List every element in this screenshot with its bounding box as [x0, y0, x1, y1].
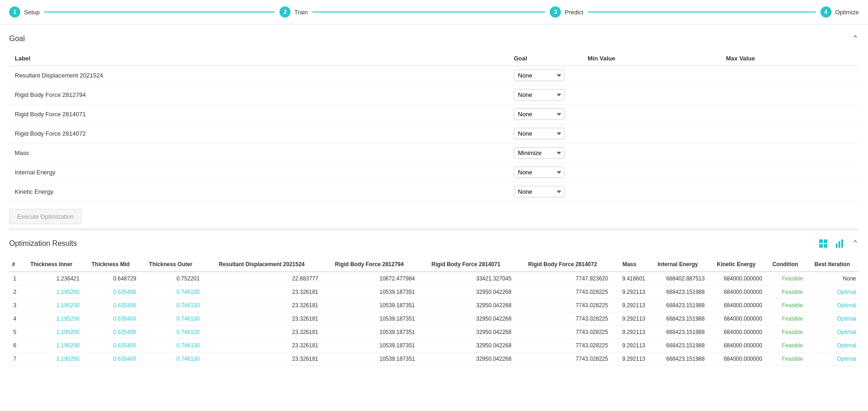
- execute-optimization-button[interactable]: Execute Optimization: [9, 209, 82, 224]
- goal-collapse-icon[interactable]: ⌃: [852, 34, 859, 44]
- results-cell-5-0: 6: [9, 339, 20, 352]
- goal-dropdown-3[interactable]: NoneMinimizeMaximizeTarget: [514, 128, 565, 139]
- results-cell-2-6: 32950.042268: [418, 299, 514, 312]
- results-cell-6-12: Optimal: [806, 352, 859, 366]
- step-label-train: Train: [294, 9, 308, 16]
- results-cell-5-8: 9.292113: [611, 339, 648, 352]
- results-cell-6-10: 684000.000000: [707, 352, 765, 366]
- results-cell-2-7: 7743.028225: [514, 299, 611, 312]
- results-cell-6-2: 0.635400: [82, 352, 139, 366]
- results-cell-3-9: 668423.151988: [648, 312, 707, 326]
- goal-row-label: Resultant Displacement 2021524: [9, 66, 508, 85]
- results-cell-2-0: 3: [9, 299, 20, 312]
- goal-row-min: [582, 124, 720, 143]
- results-title: Optimization Results: [9, 239, 817, 248]
- results-cell-0-7: 7747.923620: [514, 272, 611, 286]
- step-train[interactable]: 2 Train: [279, 6, 550, 18]
- goal-row-max: [720, 124, 859, 143]
- results-cell-3-7: 7743.028225: [514, 312, 611, 326]
- results-cell-0-4: 22.883777: [202, 272, 321, 286]
- results-cell-3-0: 4: [9, 312, 20, 326]
- main-content: Goal ⌃ Label Goal Min Value Max Value Re…: [0, 24, 868, 375]
- goal-col-min: Min Value: [582, 51, 720, 66]
- goal-table-row: Rigid Body Force 2812794NoneMinimizeMaxi…: [9, 85, 859, 105]
- goal-row-label: Rigid Body Force 2814072: [9, 124, 508, 143]
- step-setup[interactable]: 1 Setup: [9, 6, 279, 18]
- goal-row-min: [582, 143, 720, 163]
- goal-dropdown-0[interactable]: NoneMinimizeMaximizeTarget: [514, 70, 565, 81]
- goal-row-max: [720, 85, 859, 105]
- results-cell-3-3: 0.746100: [139, 312, 202, 326]
- svg-rect-4: [836, 244, 838, 248]
- goal-table-row: Kinetic EnergyNoneMinimizeMaximizeTarget: [9, 182, 859, 202]
- results-cell-0-3: 0.752201: [139, 272, 202, 286]
- results-cell-1-0: 2: [9, 286, 20, 299]
- results-cell-6-4: 23.326181: [202, 352, 321, 366]
- results-cell-4-9: 668423.151988: [648, 326, 707, 339]
- results-cell-4-1: 1.195200: [20, 326, 82, 339]
- results-cell-5-1: 1.195200: [20, 339, 82, 352]
- goal-row-min: [582, 163, 720, 182]
- results-cell-6-6: 32950.042268: [418, 352, 514, 366]
- step-line-3: [588, 12, 816, 12]
- results-cell-2-11: Feasible: [765, 299, 806, 312]
- results-cell-5-10: 684000.000000: [707, 339, 765, 352]
- results-cell-0-0: 1: [9, 272, 20, 286]
- goal-table-row: MassNoneMinimizeMaximizeTarget: [9, 143, 859, 163]
- goal-row-label: Rigid Body Force 2812794: [9, 85, 508, 105]
- results-cell-5-3: 0.746100: [139, 339, 202, 352]
- results-col-1: Thickness Inner: [20, 257, 82, 272]
- results-col-10: Kinetic Energy: [707, 257, 765, 272]
- step-label-setup: Setup: [24, 9, 40, 16]
- results-col-3: Thickness Outer: [139, 257, 202, 272]
- results-cell-0-10: 684000.000000: [707, 272, 765, 286]
- results-collapse-icon[interactable]: ⌃: [852, 238, 859, 249]
- goal-col-label: Label: [9, 51, 508, 66]
- results-table-row: 51.1952000.6354000.74610023.32618110539.…: [9, 326, 859, 339]
- results-cell-5-4: 23.326181: [202, 339, 321, 352]
- results-cell-6-5: 10539.187351: [321, 352, 417, 366]
- results-cell-1-7: 7743.028225: [514, 286, 611, 299]
- results-cell-1-1: 1.195200: [20, 286, 82, 299]
- results-cell-0-6: 33421.327045: [418, 272, 514, 286]
- results-cell-1-11: Feasible: [765, 286, 806, 299]
- svg-rect-3: [824, 244, 827, 248]
- goal-row-min: [582, 85, 720, 105]
- goal-dropdown-4[interactable]: NoneMinimizeMaximizeTarget: [514, 147, 565, 159]
- table-view-icon[interactable]: [817, 237, 830, 250]
- results-header: Optimization Results: [9, 237, 859, 250]
- results-table-row: 71.1952000.6354000.74610023.32618110539.…: [9, 352, 859, 366]
- results-cell-4-12: Optimal: [806, 326, 859, 339]
- results-cell-4-3: 0.746100: [139, 326, 202, 339]
- goal-dropdown-2[interactable]: NoneMinimizeMaximizeTarget: [514, 108, 565, 120]
- results-cell-3-2: 0.635400: [82, 312, 139, 326]
- results-col-12: Best Iteration: [806, 257, 859, 272]
- step-optimize[interactable]: 4 Optimize: [820, 6, 859, 18]
- goal-row-label: Kinetic Energy: [9, 182, 508, 202]
- chart-view-icon[interactable]: [833, 237, 846, 250]
- step-circle-4: 4: [820, 6, 832, 18]
- results-cell-0-11: Feasible: [765, 272, 806, 286]
- results-cell-0-1: 1.236421: [20, 272, 82, 286]
- results-col-4: Resultant Displacement 2021524: [202, 257, 321, 272]
- results-cell-2-10: 684000.000000: [707, 299, 765, 312]
- results-cell-4-7: 7743.028225: [514, 326, 611, 339]
- step-predict[interactable]: 3 Predict: [550, 6, 820, 18]
- results-table-wrapper: #Thickness InnerThickness MidThickness O…: [9, 257, 859, 366]
- results-cell-1-3: 0.746100: [139, 286, 202, 299]
- svg-rect-2: [819, 244, 823, 248]
- results-cell-4-0: 5: [9, 326, 20, 339]
- goal-dropdown-1[interactable]: NoneMinimizeMaximizeTarget: [514, 89, 565, 101]
- step-circle-1: 1: [9, 6, 20, 18]
- step-circle-2: 2: [279, 6, 291, 18]
- results-cell-6-0: 7: [9, 352, 20, 366]
- results-cell-6-7: 7743.028225: [514, 352, 611, 366]
- results-cell-6-11: Feasible: [765, 352, 806, 366]
- results-table-row: 21.1952000.6354000.74610023.32618110539.…: [9, 286, 859, 299]
- results-cell-4-11: Feasible: [765, 326, 806, 339]
- goal-dropdown-5[interactable]: NoneMinimizeMaximizeTarget: [514, 167, 565, 178]
- goal-row-max: [720, 163, 859, 182]
- goal-row-min: [582, 105, 720, 124]
- results-cell-1-4: 23.326181: [202, 286, 321, 299]
- goal-dropdown-6[interactable]: NoneMinimizeMaximizeTarget: [514, 186, 565, 197]
